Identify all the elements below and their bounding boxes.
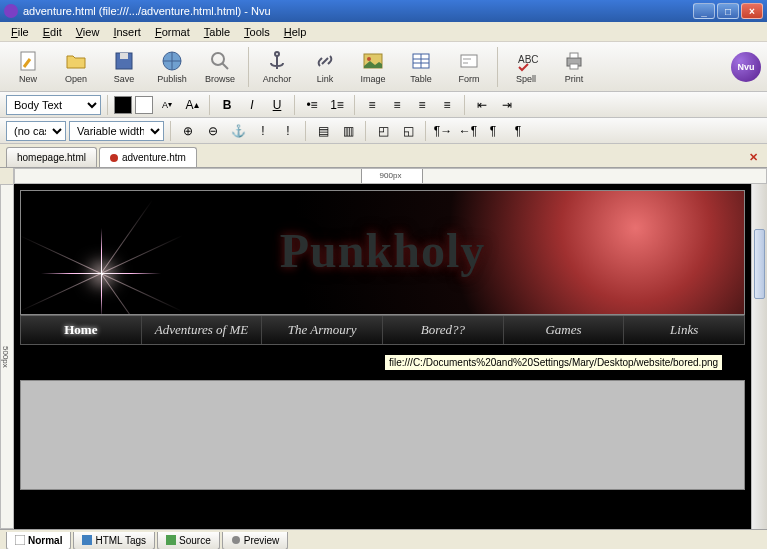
maximize-button[interactable]: □ — [717, 3, 739, 19]
doctab-adventure[interactable]: adventure.htm — [99, 147, 197, 167]
main-toolbar: New Open Save Publish Browse Anchor Link… — [0, 42, 767, 92]
tool-save[interactable]: Save — [102, 49, 146, 84]
nav-armoury[interactable]: The Armoury — [262, 316, 383, 344]
editor-canvas[interactable]: Punkholy Home Adventures of ME The Armou… — [14, 184, 751, 529]
def2-button[interactable]: ! — [277, 120, 299, 142]
svg-rect-9 — [461, 55, 477, 67]
viewtab-preview[interactable]: Preview — [222, 532, 289, 550]
align-left-button[interactable]: ≡ — [361, 94, 383, 116]
align-justify-button[interactable]: ≡ — [436, 94, 458, 116]
align-center-button[interactable]: ≡ — [386, 94, 408, 116]
document-tabs: homepage.html adventure.htm ✕ — [0, 144, 767, 168]
ruler-horizontal: 900px — [0, 168, 767, 184]
viewtab-htmltags[interactable]: HTML Tags — [73, 532, 155, 550]
scrollbar-thumb[interactable] — [754, 229, 765, 299]
dir-ltr-button[interactable]: ¶→ — [432, 120, 454, 142]
menu-insert[interactable]: Insert — [106, 24, 148, 40]
strong-button[interactable]: ⊖ — [202, 120, 224, 142]
toolbar-separator — [497, 47, 498, 87]
italic-button[interactable]: I — [241, 94, 263, 116]
nav-games[interactable]: Games — [504, 316, 625, 344]
em-button[interactable]: ⊕ — [177, 120, 199, 142]
tool-browse[interactable]: Browse — [198, 49, 242, 84]
format-toolbar-1: Body Text A▾ A▴ B I U •≡ 1≡ ≡ ≡ ≡ ≡ ⇤ ⇥ — [0, 92, 767, 118]
view-mode-tabs: Normal HTML Tags Source Preview — [0, 529, 767, 549]
vertical-scrollbar[interactable] — [751, 184, 767, 529]
tool-publish[interactable]: Publish — [150, 49, 194, 84]
font-smaller-button[interactable]: A▾ — [156, 94, 178, 116]
nav-bored[interactable]: Bored?? — [383, 316, 504, 344]
text-color-swatch[interactable] — [114, 96, 132, 114]
close-tabs-button[interactable]: ✕ — [746, 148, 761, 167]
underline-button[interactable]: U — [266, 94, 288, 116]
def-button[interactable]: ! — [252, 120, 274, 142]
nvu-logo: Nvu — [731, 52, 761, 82]
tool-image[interactable]: Image — [351, 49, 395, 84]
site-logo-text: Punkholy — [280, 222, 485, 277]
nav-adventures[interactable]: Adventures of ME — [142, 316, 263, 344]
nav-links[interactable]: Links — [624, 316, 744, 344]
border1-button[interactable]: ◰ — [372, 120, 394, 142]
app-icon — [4, 4, 18, 18]
dir3-button[interactable]: ¶ — [482, 120, 504, 142]
outdent-button[interactable]: ⇤ — [471, 94, 493, 116]
tool-form[interactable]: Form — [447, 49, 491, 84]
nav-home[interactable]: Home — [21, 316, 142, 344]
dir4-button[interactable]: ¶ — [507, 120, 529, 142]
window-titlebar: adventure.html (file:///.../adventure.ht… — [0, 0, 767, 22]
tool-table[interactable]: Table — [399, 49, 443, 84]
border2-button[interactable]: ◱ — [397, 120, 419, 142]
viewtab-source[interactable]: Source — [157, 532, 220, 550]
modified-icon — [110, 154, 118, 162]
page-banner: Punkholy — [20, 190, 745, 315]
align-right-button[interactable]: ≡ — [411, 94, 433, 116]
svg-rect-17 — [82, 535, 92, 545]
menu-table[interactable]: Table — [197, 24, 237, 40]
starburst-graphic — [101, 273, 103, 275]
dir-rtl-button[interactable]: ←¶ — [457, 120, 479, 142]
svg-rect-2 — [120, 53, 128, 59]
minimize-button[interactable]: _ — [693, 3, 715, 19]
svg-point-7 — [367, 57, 371, 61]
tool-spell[interactable]: ABCSpell — [504, 49, 548, 84]
format-toolbar-2: (no case) Variable width ⊕ ⊖ ⚓ ! ! ▤ ▥ ◰… — [0, 118, 767, 144]
paragraph-format-select[interactable]: Body Text — [6, 95, 101, 115]
tool-anchor[interactable]: Anchor — [255, 49, 299, 84]
bg-color-swatch[interactable] — [135, 96, 153, 114]
menu-file[interactable]: File — [4, 24, 36, 40]
tool-open[interactable]: Open — [54, 49, 98, 84]
menu-format[interactable]: Format — [148, 24, 197, 40]
svg-point-19 — [232, 536, 240, 544]
svg-text:ABC: ABC — [518, 54, 538, 65]
svg-point-5 — [275, 52, 279, 56]
indent-button[interactable]: ⇥ — [496, 94, 518, 116]
ruler-vertical[interactable]: 500px — [0, 184, 14, 529]
close-button[interactable]: × — [741, 3, 763, 19]
font-width-select[interactable]: Variable width — [69, 121, 164, 141]
number-list-button[interactable]: 1≡ — [326, 94, 348, 116]
bold-button[interactable]: B — [216, 94, 238, 116]
menu-tools[interactable]: Tools — [237, 24, 277, 40]
viewtab-normal[interactable]: Normal — [6, 532, 71, 550]
svg-rect-14 — [570, 53, 578, 58]
menu-help[interactable]: Help — [277, 24, 314, 40]
layer-button[interactable]: ▤ — [312, 120, 334, 142]
link-button[interactable]: ⚓ — [227, 120, 249, 142]
layer2-button[interactable]: ▥ — [337, 120, 359, 142]
case-select[interactable]: (no case) — [6, 121, 66, 141]
tool-new[interactable]: New — [6, 49, 50, 84]
tool-print[interactable]: Print — [552, 49, 596, 84]
site-navbar: Home Adventures of ME The Armoury Bored?… — [20, 315, 745, 345]
svg-rect-11 — [463, 62, 468, 64]
menu-edit[interactable]: Edit — [36, 24, 69, 40]
font-larger-button[interactable]: A▴ — [181, 94, 203, 116]
content-placeholder[interactable] — [20, 380, 745, 490]
bullet-list-button[interactable]: •≡ — [301, 94, 323, 116]
menu-view[interactable]: View — [69, 24, 107, 40]
svg-rect-10 — [463, 58, 471, 60]
svg-rect-16 — [15, 535, 25, 545]
tool-link[interactable]: Link — [303, 49, 347, 84]
doctab-homepage[interactable]: homepage.html — [6, 147, 97, 167]
svg-rect-18 — [166, 535, 176, 545]
toolbar-separator — [248, 47, 249, 87]
